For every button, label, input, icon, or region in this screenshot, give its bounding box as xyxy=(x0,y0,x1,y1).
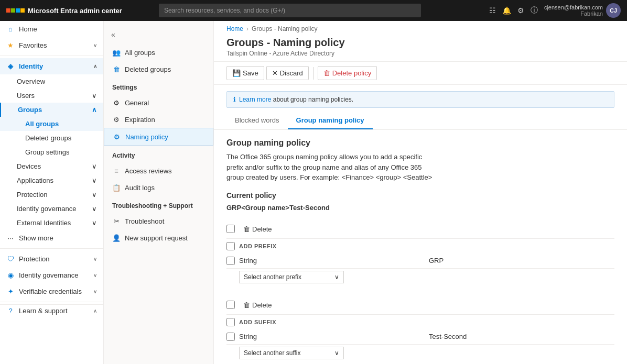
mid-nav-troubleshoot[interactable]: ✂ Troubleshoot xyxy=(104,213,213,229)
mid-nav-expiration[interactable]: ⚙ Expiration xyxy=(104,111,213,128)
prefix-delete-checkbox[interactable] xyxy=(226,225,235,233)
sidebar-label-ext-identities: External Identities xyxy=(17,219,71,227)
mid-nav-header: « xyxy=(104,25,213,44)
sidebar-item-groups[interactable]: Groups ∧ xyxy=(0,103,103,117)
prefix-row-checkbox[interactable] xyxy=(226,257,235,265)
toolbar: 💾 Save ✕ Discard 🗑 Delete policy xyxy=(214,62,627,85)
tab-group-naming-policy[interactable]: Group naming policy xyxy=(288,112,373,129)
user-info[interactable]: cjensen@fabrikan.com Fabrikan CJ xyxy=(544,3,621,18)
delete-policy-button[interactable]: 🗑 Delete policy xyxy=(318,66,377,80)
sidebar-item-identity[interactable]: ◈ Identity ∧ xyxy=(0,58,103,74)
mid-nav-new-support-request[interactable]: 👤 New support request xyxy=(104,229,213,246)
sidebar-item-all-groups[interactable]: All groups xyxy=(0,117,103,131)
notification-icon[interactable]: 🔔 xyxy=(502,6,511,15)
save-button[interactable]: 💾 Save xyxy=(226,66,264,80)
learn-icon: ? xyxy=(6,307,15,315)
sidebar-item-users[interactable]: Users ∨ xyxy=(0,89,103,103)
breadcrumb-home[interactable]: Home xyxy=(226,25,243,32)
suffix-delete-button[interactable]: 🗑 Delete xyxy=(239,299,276,311)
sidebar-item-applications[interactable]: Applications ∨ xyxy=(0,173,103,187)
prefix-header-row: ADD PREFIX xyxy=(226,239,614,253)
section-title: Group naming policy xyxy=(226,138,614,148)
sidebar-label-protection: Protection xyxy=(17,191,48,198)
settings-icon[interactable]: ⚙ xyxy=(517,6,524,15)
sidebar-item-protection[interactable]: Protection ∨ xyxy=(0,187,103,202)
section-description: The Office 365 groups naming policy allo… xyxy=(226,152,436,183)
groups-chevron: ∧ xyxy=(92,106,97,114)
devices-chevron: ∨ xyxy=(92,162,97,170)
verifiable-chevron: ∨ xyxy=(93,289,97,294)
mid-nav-deleted-groups[interactable]: 🗑 Deleted groups xyxy=(104,61,213,78)
suffix-delete-label: Delete xyxy=(252,301,272,309)
sidebar-item-devices[interactable]: Devices ∨ xyxy=(0,159,103,173)
search-input[interactable] xyxy=(159,4,421,17)
sidebar-item-home[interactable]: ⌂ Home xyxy=(0,21,103,37)
sidebar-item-id-governance[interactable]: Identity governance ∨ xyxy=(0,202,103,216)
discard-button[interactable]: ✕ Discard xyxy=(266,66,309,80)
save-label: Save xyxy=(243,69,258,77)
prefix-select[interactable]: Select another prefix ∨ xyxy=(239,271,344,283)
search-bar[interactable] xyxy=(159,4,421,17)
info-banner: ℹ Learn more about group naming policies… xyxy=(226,91,614,108)
suffix-delete-checkbox[interactable] xyxy=(226,301,235,309)
mid-nav-all-groups[interactable]: 👥 All groups xyxy=(104,44,213,61)
main-layout: ⌂ Home ★ Favorites ∨ ◈ Identity ∧ Overvi… xyxy=(0,21,627,364)
portal-icon[interactable]: ☷ xyxy=(489,6,496,15)
suffix-select-all-checkbox[interactable] xyxy=(226,318,235,326)
support-icon: 👤 xyxy=(112,234,121,242)
id-gov-chevron: ∨ xyxy=(92,205,97,213)
suffix-select-label: Select another suffix xyxy=(244,349,301,357)
sidebar-item-verifiable-creds[interactable]: ✦ Verifiable credentials ∨ xyxy=(0,283,103,300)
learn-chevron: ∧ xyxy=(93,308,97,314)
sidebar-item-favorites[interactable]: ★ Favorites ∨ xyxy=(0,37,103,53)
general-icon: ⚙ xyxy=(112,98,121,107)
mid-nav-general[interactable]: ⚙ General xyxy=(104,94,213,111)
prefix-col-value: GRP xyxy=(429,257,614,264)
page-subtitle: Tailspin Online - Azure Active Directory xyxy=(226,50,614,57)
mid-nav: « 👥 All groups 🗑 Deleted groups Settings… xyxy=(104,21,214,364)
tab-blocked-words[interactable]: Blocked words xyxy=(226,112,288,129)
mid-nav-settings-section: Settings xyxy=(104,78,213,94)
mid-nav-naming-policy[interactable]: ⚙ Naming policy xyxy=(104,128,213,146)
prefix-select-label: Select another prefix xyxy=(244,273,301,281)
discard-label: Discard xyxy=(280,69,303,77)
microsoft-icon xyxy=(6,8,25,13)
sidebar-item-learn-support[interactable]: ? Learn & support ∧ xyxy=(0,304,103,319)
save-icon: 💾 xyxy=(232,69,241,77)
identity-icon: ◈ xyxy=(6,62,15,70)
suffix-delete-icon: 🗑 xyxy=(243,301,250,309)
learn-more-link[interactable]: Learn more xyxy=(239,96,271,103)
sidebar-label-identity: Identity xyxy=(19,62,43,70)
collapse-button[interactable]: « xyxy=(106,27,121,42)
sidebar-label-verifiable-creds: Verifiable credentials xyxy=(19,288,82,295)
suffix-row-checkbox[interactable] xyxy=(226,333,235,341)
mid-nav-label-access-reviews: Access reviews xyxy=(125,167,172,175)
mid-nav-label-naming-policy: Naming policy xyxy=(125,133,168,141)
mid-nav-access-reviews[interactable]: ≡ Access reviews xyxy=(104,162,213,179)
avatar[interactable]: CJ xyxy=(606,3,621,18)
all-groups-icon: 👥 xyxy=(112,48,121,57)
suffix-select[interactable]: Select another suffix ∨ xyxy=(239,347,344,359)
sidebar-item-protection2[interactable]: 🛡 Protection ∨ xyxy=(0,251,103,267)
identity-chevron: ∧ xyxy=(93,63,97,69)
prefix-add-header: ADD PREFIX xyxy=(239,243,277,249)
sidebar-item-ext-identities[interactable]: External Identities ∨ xyxy=(0,216,103,230)
page-header: Groups - Naming policy Tailspin Online -… xyxy=(214,35,627,62)
sidebar-item-id-governance2[interactable]: ◉ Identity governance ∨ xyxy=(0,267,103,283)
ellipsis-icon: ··· xyxy=(6,234,15,242)
help-icon[interactable]: ⓘ xyxy=(531,6,538,15)
discard-icon: ✕ xyxy=(272,69,278,77)
apps-chevron: ∨ xyxy=(92,177,97,184)
mid-nav-audit-logs[interactable]: 📋 Audit logs xyxy=(104,179,213,196)
sidebar-item-overview[interactable]: Overview xyxy=(0,74,103,89)
users-chevron: ∨ xyxy=(92,92,97,100)
content-body: Group naming policy The Office 365 group… xyxy=(214,130,627,364)
deleted-groups-icon: 🗑 xyxy=(112,65,121,73)
prefix-select-all-checkbox[interactable] xyxy=(226,242,235,250)
protection-chevron: ∨ xyxy=(92,191,97,198)
sidebar-item-show-more[interactable]: ··· Show more xyxy=(0,230,103,246)
prefix-delete-button[interactable]: 🗑 Delete xyxy=(239,223,276,235)
sidebar-item-deleted-groups[interactable]: Deleted groups xyxy=(0,131,103,145)
sidebar-item-group-settings[interactable]: Group settings xyxy=(0,145,103,159)
mid-nav-label-deleted-groups: Deleted groups xyxy=(125,65,171,73)
